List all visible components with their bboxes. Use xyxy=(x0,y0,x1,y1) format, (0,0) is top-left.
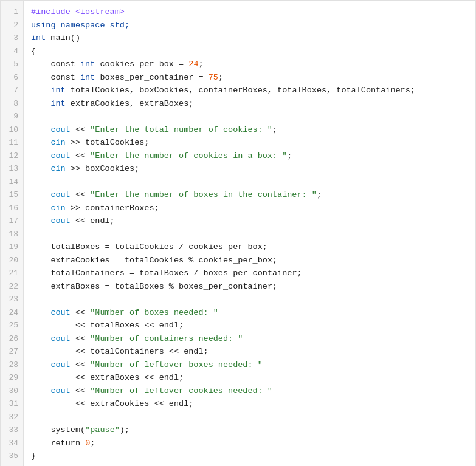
token: cout xyxy=(31,125,71,134)
line-number: 26 xyxy=(1,332,23,346)
line-number: 16 xyxy=(1,202,23,215)
line-number: 5 xyxy=(1,58,23,71)
code-line xyxy=(31,228,475,241)
code-line: cout << "Enter the number of boxes in th… xyxy=(31,188,475,202)
code-line: cout << "Enter the total number of cooki… xyxy=(31,123,475,137)
line-number: 15 xyxy=(1,188,23,202)
token: "Enter the number of cookies in a box: " xyxy=(90,151,287,160)
token: boxes_per_container xyxy=(95,73,198,82)
line-number: 27 xyxy=(1,345,23,358)
line-number: 31 xyxy=(1,397,23,411)
code-line xyxy=(31,411,475,424)
token: const xyxy=(31,60,80,69)
code-line xyxy=(31,293,475,306)
line-number: 32 xyxy=(1,411,23,424)
code-line: return 0; xyxy=(31,437,475,450)
code-line: << extraCookies << endl; xyxy=(31,397,475,411)
code-line: << extraBoxes << endl; xyxy=(31,371,475,385)
code-line: cin >> totalCookies; xyxy=(31,136,475,149)
token: ; xyxy=(317,190,322,199)
line-number: 7 xyxy=(1,84,23,97)
code-line: cin >> containerBoxes; xyxy=(31,202,475,215)
token: << xyxy=(71,334,90,343)
line-number: 1 xyxy=(1,5,23,19)
token: "Number of containers needed: " xyxy=(90,334,243,343)
token: int xyxy=(50,99,65,108)
token: / xyxy=(179,242,184,252)
token: totalCookies xyxy=(110,242,179,252)
token: << xyxy=(71,125,90,134)
token: << xyxy=(71,151,90,160)
code-area[interactable]: #include <iostream>using namespace std;i… xyxy=(24,1,475,466)
token: { xyxy=(31,47,36,56)
token: return xyxy=(31,439,85,448)
line-number: 22 xyxy=(1,280,23,293)
code-line: extraBoxes = totalBoxes % boxes_per_cont… xyxy=(31,280,475,293)
token: cout xyxy=(31,190,71,199)
line-number: 35 xyxy=(1,450,23,463)
token: = xyxy=(115,256,120,265)
token: "Number of boxes needed: " xyxy=(90,308,218,317)
token: << endl; xyxy=(71,216,115,225)
line-number: 11 xyxy=(1,136,23,149)
token: << totalContainers << endl; xyxy=(31,347,209,356)
token: boxes_per_container; xyxy=(198,269,302,278)
token: "Enter the total number of cookies: " xyxy=(90,125,272,134)
code-line: extraCookies = totalCookies % cookies_pe… xyxy=(31,254,475,267)
token: #include <iostream> xyxy=(31,7,125,16)
line-number: 30 xyxy=(1,385,23,398)
code-line: int totalCookies, boxCookies, containerB… xyxy=(31,84,475,97)
token: cout xyxy=(31,216,71,225)
token: = xyxy=(198,73,203,82)
code-line: cout << "Enter the number of cookies in … xyxy=(31,149,475,163)
line-number-gutter: 1234567891011121314151617181920212223242… xyxy=(1,1,24,466)
code-line: int extraCookies, extraBoxes; xyxy=(31,97,475,111)
token: extraCookies xyxy=(31,256,115,265)
line-number: 20 xyxy=(1,254,23,267)
token: "Enter the number of boxes in the contai… xyxy=(90,190,317,199)
token: cookies_per_box; xyxy=(193,256,277,265)
token: extraCookies, extraBoxes; xyxy=(66,99,194,108)
token: << xyxy=(71,386,90,396)
line-number: 9 xyxy=(1,110,23,123)
token: totalContainers xyxy=(31,269,129,278)
code-line: totalBoxes = totalCookies / cookies_per_… xyxy=(31,241,475,254)
token: ) xyxy=(120,425,125,434)
token: >> containerBoxes; xyxy=(66,204,159,213)
token: int xyxy=(31,33,46,43)
line-number: 23 xyxy=(1,293,23,306)
line-number: 21 xyxy=(1,267,23,280)
token: main() xyxy=(46,33,80,43)
token: << extraBoxes << endl; xyxy=(31,373,184,382)
token: ; xyxy=(90,439,95,448)
token: totalBoxes xyxy=(110,282,169,291)
token: int xyxy=(50,86,65,95)
token: cout xyxy=(31,151,71,160)
line-number: 25 xyxy=(1,319,23,332)
code-line: { xyxy=(31,45,475,58)
line-number: 24 xyxy=(1,306,23,320)
token: totalBoxes xyxy=(134,269,193,278)
code-line: } xyxy=(31,450,475,463)
token: % xyxy=(169,282,174,291)
code-line: << totalContainers << endl; xyxy=(31,345,475,358)
code-line: cout << "Number of containers needed: " xyxy=(31,332,475,346)
token: cin xyxy=(31,204,66,213)
token: int xyxy=(80,60,95,69)
line-number: 33 xyxy=(1,423,23,437)
line-number: 2 xyxy=(1,19,23,32)
code-line: totalContainers = totalBoxes / boxes_per… xyxy=(31,267,475,280)
token xyxy=(204,73,209,82)
token: << xyxy=(71,308,90,317)
token: ; xyxy=(287,151,292,160)
token: using namespace std; xyxy=(31,21,129,30)
code-line: int main() xyxy=(31,32,475,45)
line-number: 4 xyxy=(1,45,23,58)
token: >> boxCookies; xyxy=(66,164,140,173)
token: ; xyxy=(218,73,223,82)
code-line xyxy=(31,176,475,189)
token xyxy=(31,99,50,108)
token: << totalBoxes << endl; xyxy=(31,321,184,330)
line-number: 6 xyxy=(1,71,23,84)
token: 75 xyxy=(209,73,218,82)
